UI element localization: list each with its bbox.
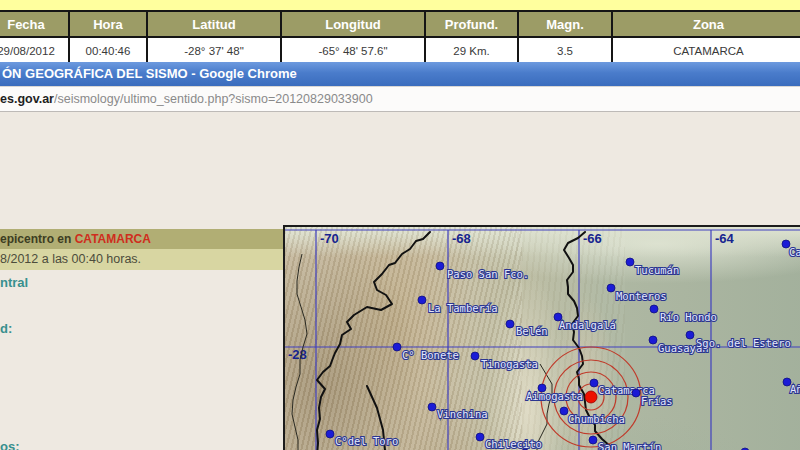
grid-lat-label: -28 [288, 347, 307, 362]
city-label: San Martín [598, 441, 661, 450]
grid-lon-label: -68 [452, 231, 471, 246]
window-titlebar[interactable]: ÓN GEOGRÁFICA DEL SISMO - Google Chrome [0, 62, 800, 86]
city-dot [649, 336, 657, 344]
city-dot [471, 352, 479, 360]
table-header-cell: Hora [69, 11, 147, 37]
city-label: C°del Toro [335, 435, 398, 447]
city-label: Monteros [616, 290, 667, 302]
table-value-cell: -65° 48' 57.6" [281, 37, 425, 65]
clipped-section-label-2: d: [0, 321, 12, 336]
table-header-cell: Zona [612, 11, 800, 37]
city-dot [428, 403, 436, 411]
city-dot [607, 284, 615, 292]
table-header-cell: Profund. [425, 11, 518, 37]
city-label: Sgo. del Estero [696, 337, 791, 349]
city-dot [686, 331, 694, 339]
city-label: Andalgalá [559, 319, 616, 331]
city-label: La Tambería [428, 302, 498, 314]
city-label: Car [789, 246, 800, 258]
city-dot [626, 258, 634, 266]
province-border-path [304, 232, 430, 450]
city-label: C° Bonete [402, 349, 459, 361]
event-datetime-line: 8/2012 a las 00:40 horas. [0, 249, 283, 270]
seismic-data-table: FechaHoraLatitudLongitudProfund.Magn.Zon… [0, 10, 800, 62]
page-content: epicentro en CATAMARCA 8/2012 a las 00:4… [0, 112, 800, 450]
table-header-cell: Latitud [147, 11, 281, 37]
grid-lon-label: -70 [320, 231, 339, 246]
table-header-cell: Longitud [281, 11, 425, 37]
url-domain: es.gov.ar [0, 92, 54, 106]
address-bar[interactable]: es.gov.ar/seismology/ultimo_sentido.php?… [0, 86, 800, 112]
city-label: Chilecito [485, 438, 542, 450]
city-dot [476, 433, 484, 441]
city-dot [326, 430, 334, 438]
epicenter-headline: epicentro en CATAMARCA [0, 229, 283, 249]
table-value-cell: 29/08/2012 [0, 37, 69, 65]
table-header-cell: Magn. [518, 11, 612, 37]
url-path: /seismology/ultimo_sentido.php?sismo=201… [54, 92, 373, 106]
epicenter-dot [585, 391, 597, 403]
grid-lon-label: -64 [715, 231, 735, 246]
city-label: Aimogasta [526, 390, 583, 402]
table-value-row: 29/08/201200:40:46-28° 37' 48"-65° 48' 5… [0, 37, 800, 65]
table-value-cell: 29 Km. [425, 37, 518, 65]
epicenter-headline-prefix: epicentro en [0, 232, 75, 246]
city-label: Río Hondo [660, 311, 717, 323]
city-label: Chumbicha [568, 413, 625, 425]
city-label: Tinogasta [481, 358, 538, 370]
table-value-cell: CATAMARCA [612, 37, 800, 65]
page-top-strip [0, 0, 800, 10]
city-dot [393, 343, 401, 351]
city-dot [590, 379, 598, 387]
table-value-cell: -28° 37' 48" [147, 37, 281, 65]
city-dot [506, 320, 514, 328]
city-dot [560, 407, 568, 415]
map-overlay: -70-68-66-64-28-30Paso San Fco.La Tamber… [285, 227, 800, 450]
clipped-section-label-3: os: [0, 439, 20, 450]
city-label: Tucumán [635, 264, 679, 276]
city-dot [632, 389, 640, 397]
city-label: Frías [641, 395, 673, 407]
city-label: Vinchina [437, 408, 488, 420]
city-label: Belén [516, 325, 548, 337]
table-value-cell: 3.5 [518, 37, 612, 65]
seismic-map-image: -70-68-66-64-28-30Paso San Fco.La Tamber… [283, 225, 800, 450]
clipped-section-label-1: ntral [0, 275, 28, 290]
city-dot [589, 436, 597, 444]
city-dot [650, 305, 658, 313]
epicenter-zone-name: CATAMARCA [75, 232, 151, 246]
city-dot [418, 296, 426, 304]
table-header-cell: Fecha [0, 11, 69, 37]
grid-lon-label: -66 [583, 231, 602, 246]
window-title: ÓN GEOGRÁFICA DEL SISMO - Google Chrome [2, 66, 297, 81]
city-label: Paso San Fco. [447, 268, 529, 280]
city-label: Añ [790, 383, 800, 395]
table-header-row: FechaHoraLatitudLongitudProfund.Magn.Zon… [0, 11, 800, 37]
city-dot [436, 262, 444, 270]
table-value-cell: 00:40:46 [69, 37, 147, 65]
